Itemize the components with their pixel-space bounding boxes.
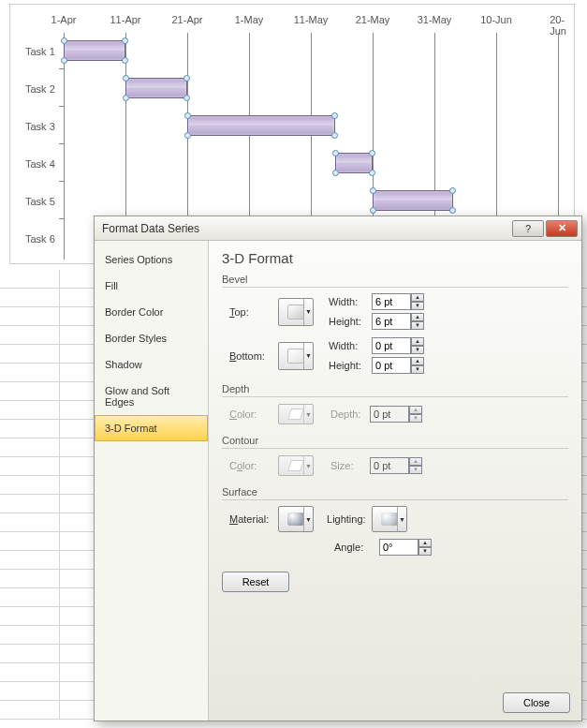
close-icon: ✕ bbox=[558, 222, 566, 234]
contour-color-label: Color: bbox=[229, 460, 278, 471]
chevron-down-icon: ▼ bbox=[303, 507, 313, 531]
gantt-bar-task3[interactable] bbox=[187, 115, 335, 136]
angle-spinner[interactable]: ▲▼ bbox=[379, 539, 432, 556]
y-tick bbox=[59, 106, 64, 107]
bevel-bottom-picker[interactable]: ▼ bbox=[278, 342, 314, 370]
bevel-top-label: Top: bbox=[229, 306, 278, 318]
bevel-top-picker[interactable]: ▼ bbox=[278, 298, 314, 326]
bevel-top-width-spinner[interactable]: ▲▼ bbox=[372, 293, 424, 310]
axis-tick: 21-Apr bbox=[171, 14, 202, 25]
y-tick bbox=[59, 143, 64, 144]
spin-up-icon[interactable]: ▲ bbox=[418, 539, 432, 547]
axis-tick: 11-Apr bbox=[110, 14, 140, 25]
chevron-down-icon: ▼ bbox=[303, 343, 313, 369]
bevel-top-height-input[interactable] bbox=[372, 313, 411, 330]
reset-button[interactable]: Reset bbox=[222, 572, 289, 592]
y-axis-label: Task 1 bbox=[25, 46, 55, 57]
bevel-top-height-label: Height: bbox=[329, 316, 368, 327]
help-icon: ? bbox=[525, 223, 531, 234]
material-label: Material: bbox=[229, 513, 278, 525]
axis-tick: 21-May bbox=[356, 14, 390, 25]
gantt-bar-task5[interactable] bbox=[373, 190, 453, 211]
angle-input[interactable] bbox=[379, 539, 418, 556]
gantt-bar-task2[interactable] bbox=[125, 78, 187, 98]
format-data-series-dialog: Format Data Series ? ✕ Series Options Fi… bbox=[94, 215, 582, 721]
x-axis-labels: 1-Apr 11-Apr 21-Apr 1-May 11-May 21-May … bbox=[52, 14, 574, 29]
gridline bbox=[64, 33, 65, 260]
contour-size-label: Size: bbox=[330, 460, 370, 471]
depth-color-picker: ▼ bbox=[278, 404, 314, 424]
material-picker[interactable]: ▼ bbox=[278, 506, 314, 532]
spin-down-icon[interactable]: ▼ bbox=[411, 321, 424, 330]
axis-tick: 1-Apr bbox=[51, 14, 77, 25]
y-axis-label: Task 3 bbox=[25, 121, 55, 132]
y-tick bbox=[59, 218, 64, 219]
depth-spinner: ▲▼ bbox=[370, 406, 422, 423]
dialog-title: Format Data Series bbox=[102, 222, 199, 235]
sidebar-item-border-styles[interactable]: Border Styles bbox=[95, 325, 208, 351]
group-contour-label: Contour bbox=[222, 435, 568, 446]
group-bevel-label: Bevel bbox=[222, 274, 568, 285]
dialog-titlebar[interactable]: Format Data Series ? ✕ bbox=[95, 216, 581, 241]
bevel-top-width-input[interactable] bbox=[372, 293, 411, 310]
spin-down-icon[interactable]: ▼ bbox=[411, 302, 424, 310]
y-axis-label: Task 4 bbox=[25, 158, 55, 170]
spin-down-icon: ▼ bbox=[409, 414, 422, 423]
spin-down-icon: ▼ bbox=[409, 466, 422, 474]
depth-input bbox=[370, 406, 409, 423]
bevel-bottom-width-spinner[interactable]: ▲▼ bbox=[372, 337, 424, 354]
close-button[interactable]: Close bbox=[503, 692, 570, 713]
group-surface-label: Surface bbox=[222, 486, 568, 498]
axis-tick: 10-Jun bbox=[480, 14, 512, 25]
lighting-picker[interactable]: ▼ bbox=[372, 506, 407, 532]
help-button[interactable]: ? bbox=[512, 220, 544, 237]
depth-value-label: Depth: bbox=[330, 409, 370, 420]
panel-heading: 3-D Format bbox=[222, 250, 568, 266]
dialog-sidebar: Series Options Fill Border Color Border … bbox=[95, 241, 209, 721]
chevron-down-icon: ▼ bbox=[397, 507, 406, 531]
bevel-top-width-label: Width: bbox=[329, 296, 368, 307]
lighting-label: Lighting: bbox=[327, 513, 372, 525]
spin-down-icon[interactable]: ▼ bbox=[411, 365, 424, 374]
y-axis-label: Task 5 bbox=[25, 196, 55, 207]
depth-color-label: Color: bbox=[229, 409, 278, 420]
axis-tick: 11-May bbox=[294, 14, 329, 25]
bevel-bottom-width-input[interactable] bbox=[372, 337, 411, 354]
axis-tick: 1-May bbox=[235, 14, 264, 25]
y-axis-label: Task 2 bbox=[25, 83, 55, 95]
spin-up-icon[interactable]: ▲ bbox=[411, 337, 424, 346]
spin-down-icon[interactable]: ▼ bbox=[411, 346, 424, 354]
y-tick bbox=[59, 68, 64, 69]
spin-up-icon: ▲ bbox=[409, 457, 422, 466]
chevron-down-icon: ▼ bbox=[303, 405, 313, 423]
dialog-main-panel: 3-D Format Bevel Top: ▼ Width: ▲▼ Height… bbox=[209, 241, 581, 721]
bevel-bottom-height-spinner[interactable]: ▲▼ bbox=[372, 357, 424, 374]
sidebar-item-3d-format[interactable]: 3-D Format bbox=[95, 415, 208, 441]
contour-color-picker: ▼ bbox=[278, 455, 314, 476]
spin-down-icon[interactable]: ▼ bbox=[418, 547, 432, 556]
sidebar-item-fill[interactable]: Fill bbox=[95, 273, 208, 299]
sidebar-item-shadow[interactable]: Shadow bbox=[95, 351, 208, 378]
spin-up-icon[interactable]: ▲ bbox=[411, 313, 424, 321]
y-tick bbox=[59, 181, 64, 182]
spin-up-icon[interactable]: ▲ bbox=[411, 293, 424, 302]
window-close-button[interactable]: ✕ bbox=[546, 220, 578, 237]
gantt-bar-task1[interactable] bbox=[64, 40, 125, 61]
spin-up-icon[interactable]: ▲ bbox=[411, 357, 424, 365]
contour-size-spinner: ▲▼ bbox=[370, 457, 422, 474]
sidebar-item-border-color[interactable]: Border Color bbox=[95, 299, 208, 325]
bevel-bottom-label: Bottom: bbox=[229, 350, 278, 362]
bevel-bottom-width-label: Width: bbox=[329, 340, 368, 351]
bevel-bottom-height-input[interactable] bbox=[372, 357, 411, 374]
contour-size-input bbox=[370, 457, 409, 474]
chevron-down-icon: ▼ bbox=[303, 299, 313, 325]
axis-tick: 31-May bbox=[418, 14, 452, 25]
bevel-top-height-spinner[interactable]: ▲▼ bbox=[372, 313, 424, 330]
y-axis-label: Task 6 bbox=[25, 233, 55, 245]
sidebar-item-glow[interactable]: Glow and Soft Edges bbox=[95, 378, 208, 415]
spin-up-icon: ▲ bbox=[409, 406, 422, 414]
angle-label: Angle: bbox=[334, 542, 379, 553]
group-depth-label: Depth bbox=[222, 383, 568, 394]
gantt-bar-task4[interactable] bbox=[335, 153, 373, 173]
sidebar-item-series-options[interactable]: Series Options bbox=[95, 246, 208, 273]
